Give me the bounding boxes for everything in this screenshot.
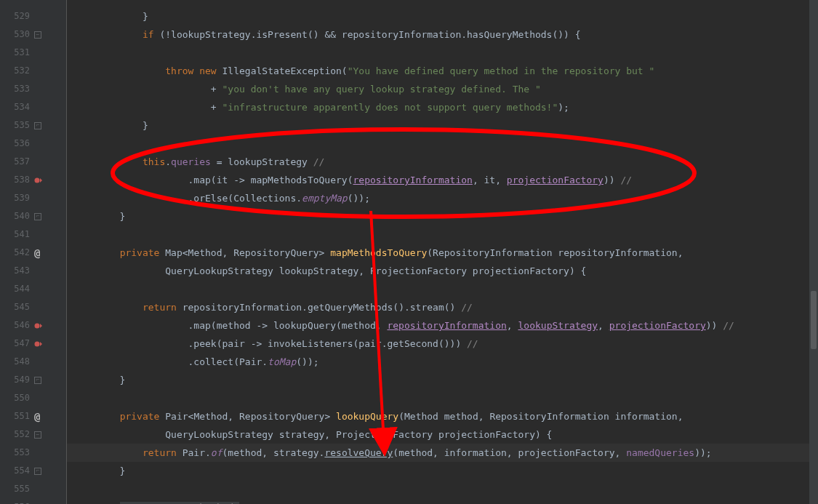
gutter-icons-column: − ⌐ ⌐ @ ⌐ @ − ⌐ xyxy=(31,7,66,504)
code-line[interactable]: QueryLookupStrategy strategy, Projection… xyxy=(67,425,818,444)
code-line[interactable]: return repositoryInformation.getQueryMet… xyxy=(67,298,818,316)
vertical-scrollbar[interactable] xyxy=(809,0,818,504)
code-line[interactable]: } xyxy=(67,116,818,135)
code-content[interactable]: } if (!lookupStrategy.isPresent() && rep… xyxy=(67,0,818,504)
code-line[interactable]: + "infrastructure apparently does not su… xyxy=(67,98,818,116)
code-line[interactable]: .orElse(Collections.emptyMap()); xyxy=(67,189,818,207)
code-line[interactable] xyxy=(67,135,818,153)
gutter: 529 530 531 532 533 534 535 536 537 538 … xyxy=(0,0,67,504)
code-line[interactable]: } xyxy=(67,371,818,389)
code-line[interactable] xyxy=(67,280,818,298)
override-icon[interactable]: @ xyxy=(34,411,40,423)
code-line[interactable]: throw new IllegalStateException("You hav… xyxy=(67,62,818,80)
override-icon[interactable]: @ xyxy=(34,247,40,259)
code-line[interactable]: this.queries = lookupStrategy // xyxy=(67,153,818,171)
fold-end-icon[interactable]: ⌐ xyxy=(34,468,41,475)
fold-end-icon[interactable]: ⌐ xyxy=(34,122,41,129)
code-line[interactable] xyxy=(67,44,818,62)
code-line[interactable] xyxy=(67,389,818,407)
code-line[interactable]: if (!lookupStrategy.isPresent() && repos… xyxy=(67,25,818,44)
recursive-call-icon[interactable] xyxy=(34,176,43,185)
scroll-thumb[interactable] xyxy=(811,291,817,349)
code-line[interactable]: } xyxy=(67,462,818,480)
recursive-call-icon[interactable] xyxy=(34,321,43,330)
code-line[interactable]: } xyxy=(67,7,818,25)
code-line[interactable]: } xyxy=(67,207,818,225)
code-line[interactable]: private Pair<Method, RepositoryQuery> lo… xyxy=(67,407,818,425)
code-line[interactable]: /rawtypes, unchecked/ xyxy=(67,498,818,504)
code-line[interactable]: .map(method -> lookupQuery(method, repos… xyxy=(67,316,818,335)
code-line[interactable]: .map(it -> mapMethodsToQuery(repositoryI… xyxy=(67,171,818,189)
code-line-current[interactable]: return Pair.of(method, strategy.resolveQ… xyxy=(67,444,818,462)
code-line[interactable]: .peek(pair -> invokeListeners(pair.getSe… xyxy=(67,335,818,353)
code-line[interactable]: .collect(Pair.toMap()); xyxy=(67,353,818,371)
svg-point-1 xyxy=(35,323,40,328)
code-line[interactable] xyxy=(67,225,818,244)
code-line[interactable]: QueryLookupStrategy lookupStrategy, Proj… xyxy=(67,262,818,280)
fold-end-icon[interactable]: ⌐ xyxy=(34,213,41,220)
code-editor: 529 530 531 532 533 534 535 536 537 538 … xyxy=(0,0,818,504)
code-line[interactable]: private Map<Method, RepositoryQuery> map… xyxy=(67,244,818,262)
fold-icon[interactable]: − xyxy=(34,31,41,39)
code-line[interactable]: + "you don't have any query lookup strat… xyxy=(67,80,818,98)
fold-end-icon[interactable]: ⌐ xyxy=(34,377,41,384)
svg-point-2 xyxy=(35,341,40,346)
svg-point-0 xyxy=(35,177,40,183)
fold-icon[interactable]: − xyxy=(34,431,41,439)
code-line[interactable] xyxy=(67,480,818,498)
recursive-call-icon[interactable] xyxy=(34,340,43,348)
